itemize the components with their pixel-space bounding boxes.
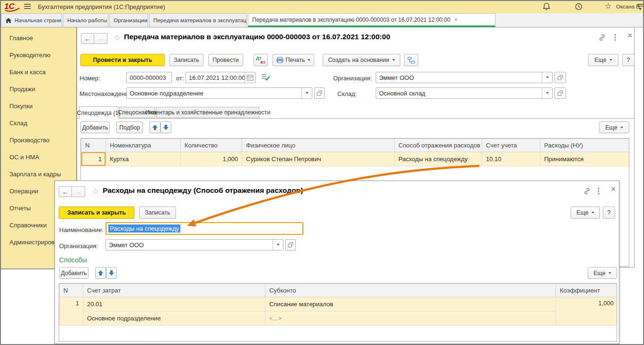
sidebar-item-main[interactable]: Главное	[1, 29, 76, 46]
close-window-icon[interactable]: ×	[627, 31, 633, 41]
save-button[interactable]: Записать	[139, 207, 176, 219]
col-cost-account[interactable]: Счет затрат	[83, 284, 265, 297]
kebab-menu-icon[interactable]	[614, 34, 616, 41]
warehouse-input[interactable]: Основной склад	[376, 87, 553, 99]
notifications-bell-icon[interactable]	[542, 2, 551, 11]
tab-home-page[interactable]: Начальная страница	[1, 13, 62, 27]
kebab-menu-icon[interactable]	[598, 187, 600, 195]
move-row-down-button[interactable]	[160, 121, 171, 133]
move-row-up-button[interactable]	[150, 121, 160, 133]
more-actions-button[interactable]: Еще	[588, 54, 618, 66]
cell-account[interactable]: 10.10	[482, 152, 540, 166]
cell-cost-account[interactable]: 20.01	[83, 297, 265, 311]
save-button[interactable]: Записать	[169, 54, 203, 66]
help-button[interactable]: ?	[603, 207, 615, 219]
location-input[interactable]: Основное подразделение	[126, 87, 312, 99]
tab-getting-started[interactable]: Начало работы ×	[63, 13, 108, 27]
user-name[interactable]: Оксана В	[616, 4, 640, 9]
cell-expenses-nu[interactable]: Принимаются	[540, 152, 630, 166]
calendar-icon[interactable]	[245, 72, 255, 83]
create-based-on-button[interactable]: Создать на основании	[323, 54, 400, 66]
cell-subconto[interactable]: Списание материалов	[265, 297, 556, 311]
sidebar-item-warehouse[interactable]: Склад	[1, 114, 76, 131]
chevron-down-icon[interactable]	[273, 240, 283, 250]
forward-button[interactable]: →	[72, 186, 85, 197]
cell-subconto-empty[interactable]: <...>	[265, 311, 556, 326]
get-link-icon[interactable]	[598, 34, 606, 42]
sidebar-item-bank-cash[interactable]: Банк и касса	[1, 63, 76, 80]
cell-department[interactable]: Основное подразделение	[83, 311, 265, 326]
col-coefficient[interactable]: Коэффициент	[556, 284, 618, 297]
sidebar-item-fixed-assets[interactable]: ОС и НМА	[1, 148, 76, 165]
table-more-button[interactable]: Еще	[599, 121, 629, 133]
number-input[interactable]: 0000-000003	[126, 72, 172, 83]
col-subconto[interactable]: Субконто	[265, 284, 556, 297]
chevron-down-icon[interactable]	[542, 88, 552, 98]
table-more-button[interactable]: Еще	[588, 267, 617, 279]
open-warehouse-button[interactable]	[555, 87, 566, 99]
cell-n[interactable]: 1	[81, 152, 106, 166]
cell-individual[interactable]: Суриков Степан Петрович	[242, 152, 395, 166]
col-nomenclature[interactable]: Номенклатура	[106, 139, 181, 152]
tab-workwear[interactable]: Спецодежда (1)	[79, 106, 118, 119]
save-and-close-button[interactable]: Записать и закрыть	[59, 207, 134, 219]
sidebar-item-sales[interactable]: Продажи	[1, 80, 76, 97]
name-input[interactable]: Расходы на спецодежду	[106, 222, 303, 235]
sidebar-item-manager[interactable]: Руководителю	[1, 46, 76, 63]
user-menu-icon[interactable]	[637, 3, 644, 10]
get-link-icon[interactable]	[583, 187, 591, 195]
col-expenses-nu[interactable]: Расходы (НУ)	[540, 139, 630, 152]
tab-organizations[interactable]: Организации ×	[109, 13, 148, 27]
forward-button[interactable]: →	[94, 33, 107, 44]
sidebar-item-payroll-hr[interactable]: Зарплата и кадры	[1, 165, 76, 182]
sidebar-item-purchases[interactable]: Покупки	[1, 97, 76, 114]
organization-input[interactable]: Эммет ООО	[106, 239, 283, 250]
close-window-icon[interactable]: ×	[611, 184, 616, 194]
favorite-star-icon[interactable]: ☆	[92, 187, 99, 196]
back-button[interactable]: ←	[59, 186, 72, 197]
chevron-down-icon[interactable]	[301, 88, 312, 98]
more-actions-button[interactable]: Еще	[571, 207, 600, 219]
debit-credit-button[interactable]: Дт Кт	[254, 54, 268, 66]
structure-of-subordination-button[interactable]	[404, 54, 418, 66]
open-organization-button[interactable]	[285, 239, 296, 250]
add-row-button[interactable]: Добавить	[59, 267, 88, 279]
date-input[interactable]: 16.07.2021 12:00:00	[185, 72, 256, 83]
tab-inventory-household[interactable]: Инвентарь и хозяйственные принадлежности	[156, 107, 259, 118]
col-n[interactable]: N	[60, 284, 83, 297]
cell-n[interactable]: 1	[60, 297, 83, 326]
sidebar-item-production[interactable]: Производство	[1, 131, 76, 148]
tab-materials-transfer-document[interactable]: Передача материалов в эксплуатацию 0000-…	[248, 13, 495, 27]
chevron-down-icon[interactable]	[542, 72, 552, 83]
history-clock-icon[interactable]	[574, 2, 583, 11]
methods-table[interactable]: N Счет затрат Субконто Коэффициент 1 20.…	[59, 283, 617, 342]
help-button[interactable]: ?	[622, 54, 635, 66]
col-expense-method[interactable]: Способ отражения расходов	[395, 139, 482, 152]
tab-materials-transfer-list[interactable]: Передача материалов в эксплуатацию ×	[149, 13, 247, 27]
document-posted-check-icon[interactable]	[261, 73, 270, 81]
cell-quantity[interactable]: 1,000	[181, 152, 242, 166]
table-row[interactable]: 1 20.01 Списание материалов 1,000	[60, 297, 618, 311]
col-account[interactable]: Счет учета	[482, 139, 540, 152]
post-button[interactable]: Провести	[208, 54, 243, 66]
move-row-down-button[interactable]	[106, 267, 117, 279]
pick-button[interactable]: Подбор	[116, 121, 143, 133]
open-organization-button[interactable]	[555, 72, 566, 83]
organization-input[interactable]: Эммет ООО	[376, 72, 553, 83]
table-row[interactable]: 1 Куртка 1,000 Суриков Степан Петрович Р…	[81, 152, 630, 166]
cell-expense-method[interactable]: Расходы на спецодежду	[395, 152, 482, 166]
favorite-star-icon[interactable]: ☆	[114, 33, 120, 42]
back-button[interactable]: ←	[81, 33, 94, 44]
col-n[interactable]: N	[81, 139, 106, 152]
main-menu-hamburger-icon[interactable]	[24, 3, 31, 9]
col-individual[interactable]: Физическое лицо	[242, 139, 395, 152]
print-button[interactable]: Печать	[273, 54, 314, 66]
col-quantity[interactable]: Количество	[181, 139, 242, 152]
close-tab-icon[interactable]: ×	[454, 17, 458, 23]
post-and-close-button[interactable]: Провести и закрыть	[80, 54, 165, 66]
table-row-line2[interactable]: Основное подразделение <...>	[60, 311, 618, 326]
move-row-up-button[interactable]	[95, 267, 106, 279]
cell-coefficient[interactable]: 1,000	[556, 297, 618, 326]
add-row-button[interactable]: Добавить	[80, 121, 110, 133]
open-location-button[interactable]	[314, 87, 325, 99]
